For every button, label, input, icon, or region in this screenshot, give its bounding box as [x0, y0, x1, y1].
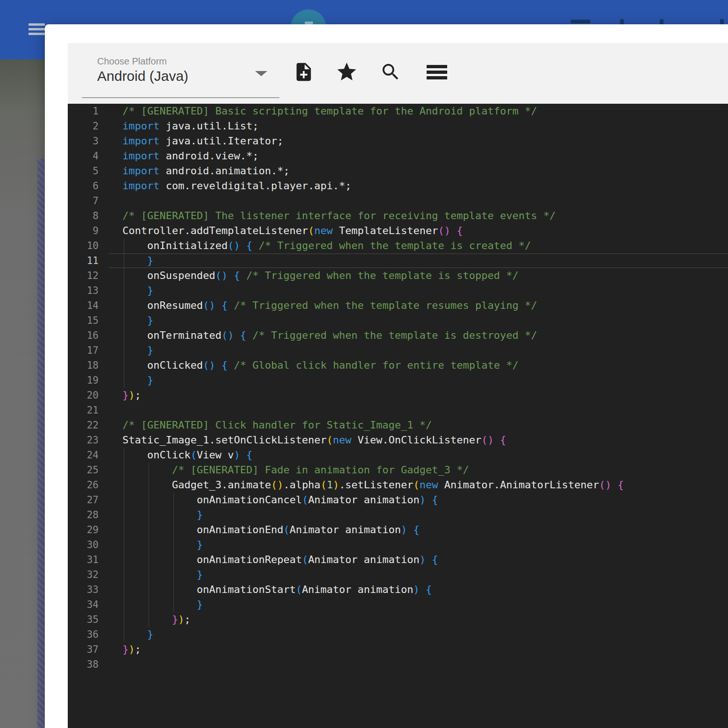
search-icon: [380, 61, 401, 83]
code-text: import android.animation.*;: [109, 164, 728, 178]
menu-icon-bar: [29, 33, 45, 35]
code-text: }: [109, 343, 728, 358]
code-line[interactable]: 8/* [GENERATED] The listener interface f…: [68, 208, 728, 223]
code-line[interactable]: 16 onTerminated() { /* Triggered when th…: [68, 328, 728, 343]
line-number: 30: [68, 537, 109, 552]
code-line[interactable]: 12 onSuspended() { /* Triggered when the…: [68, 268, 728, 283]
code-line[interactable]: 17 }: [68, 343, 728, 358]
menu-icon-bar: [29, 23, 45, 26]
line-number: 35: [68, 612, 109, 627]
indent-guide: [124, 313, 124, 328]
code-text: Static_Image_1.setOnClickListener(new Vi…: [109, 433, 728, 448]
code-line[interactable]: 20});: [68, 388, 728, 403]
code-line[interactable]: 22/* [GENERATED] Click handler for Stati…: [68, 418, 728, 433]
line-number: 17: [68, 343, 109, 358]
indent-guide: [124, 522, 124, 537]
code-line[interactable]: 6import com.reveldigital.player.api.*;: [68, 178, 728, 193]
code-line[interactable]: 27 onAnimationCancel(Animator animation)…: [68, 492, 728, 507]
code-line[interactable]: 14 onResumed() { /* Triggered when the t…: [68, 298, 728, 313]
indent-guide: [149, 552, 149, 567]
code-line[interactable]: 21: [68, 403, 728, 418]
chevron-down-icon: [255, 71, 267, 76]
indent-guide: [124, 478, 124, 492]
menu-icon: [427, 65, 447, 79]
code-line[interactable]: 28 }: [68, 507, 728, 522]
line-number: 20: [68, 388, 109, 403]
code-line[interactable]: 23Static_Image_1.setOnClickListener(new …: [68, 433, 728, 448]
code-line[interactable]: 9Controller.addTemplateListener(new Temp…: [68, 223, 728, 238]
code-line[interactable]: 5import android.animation.*;: [68, 164, 728, 178]
code-text: import com.reveldigital.player.api.*;: [109, 178, 728, 193]
indent-guide: [173, 507, 174, 522]
nav-menu-icon[interactable]: [29, 23, 45, 35]
code-text: }: [109, 373, 728, 388]
code-line[interactable]: 11 }: [68, 253, 728, 268]
code-text: }: [109, 627, 728, 642]
indent-guide: [149, 478, 149, 492]
code-text: /* [GENERATED] Basic scripting template …: [109, 104, 728, 119]
line-number: 3: [68, 134, 109, 149]
search-button[interactable]: [379, 61, 402, 83]
indent-guide: [124, 448, 124, 463]
partial-letter-mark: [620, 19, 624, 24]
code-line[interactable]: 3import java.util.Iterator;: [68, 134, 728, 149]
line-number: 10: [68, 238, 109, 253]
code-line[interactable]: 19 }: [68, 373, 728, 388]
indent-guide: [124, 343, 124, 358]
code-text: [109, 193, 728, 208]
code-line[interactable]: 10 onInitialized() { /* Triggered when t…: [68, 238, 728, 253]
indent-guide: [149, 537, 149, 552]
code-line[interactable]: 2import java.util.List;: [68, 119, 728, 134]
code-line[interactable]: 15 }: [68, 313, 728, 328]
indent-guide: [124, 373, 124, 388]
code-line[interactable]: 33 onAnimationStart(Animator animation) …: [68, 582, 728, 597]
indent-guide: [124, 238, 124, 253]
indent-guide: [124, 582, 124, 597]
editor-menu-button[interactable]: [426, 61, 448, 83]
code-line[interactable]: 13 }: [68, 283, 728, 298]
code-line[interactable]: 35 });: [68, 612, 728, 627]
code-text: [109, 403, 728, 418]
line-number: 29: [68, 522, 109, 537]
code-line[interactable]: 31 onAnimationRepeat(Animator animation)…: [68, 552, 728, 567]
code-line[interactable]: 29 onAnimationEnd(Animator animation) {: [68, 522, 728, 537]
favorite-button[interactable]: [335, 61, 358, 83]
code-editor[interactable]: 1/* [GENERATED] Basic scripting template…: [68, 104, 728, 728]
code-line[interactable]: 36 }: [68, 627, 728, 642]
indent-guide: [124, 253, 124, 268]
code-text: import java.util.Iterator;: [109, 134, 728, 149]
indent-guide: [124, 537, 124, 552]
new-script-button[interactable]: [293, 61, 315, 83]
code-text: onAnimationEnd(Animator animation) {: [109, 522, 728, 537]
line-number: 38: [68, 657, 109, 672]
code-line[interactable]: 25 /* [GENERATED] Fade in animation for …: [68, 463, 728, 478]
indent-guide: [124, 268, 124, 283]
line-number: 32: [68, 567, 109, 582]
line-number: 2: [68, 119, 109, 134]
code-text: onSuspended() { /* Triggered when the te…: [109, 268, 728, 283]
background-panel-accent: [37, 159, 44, 728]
code-line[interactable]: 24 onClick(View v) {: [68, 448, 728, 463]
code-line[interactable]: 4import android.view.*;: [68, 149, 728, 164]
line-number: 11: [68, 253, 109, 268]
line-number: 4: [68, 149, 109, 164]
code-line[interactable]: 7: [68, 193, 728, 208]
code-line[interactable]: 34 }: [68, 597, 728, 612]
code-text: onInitialized() { /* Triggered when the …: [109, 238, 728, 253]
select-underline: [82, 97, 279, 98]
code-lines: 1/* [GENERATED] Basic scripting template…: [68, 104, 728, 672]
code-line[interactable]: 1/* [GENERATED] Basic scripting template…: [68, 104, 728, 119]
code-line[interactable]: 18 onClicked() { /* Global click handler…: [68, 358, 728, 373]
partial-letter-mark: [720, 19, 724, 24]
line-number: 21: [68, 403, 109, 418]
code-line[interactable]: 32 }: [68, 567, 728, 582]
code-text: });: [109, 642, 728, 657]
code-line[interactable]: 26 Gadget_3.animate().alpha(1).setListen…: [68, 478, 728, 492]
platform-select[interactable]: Choose Platform Android (Java): [82, 48, 279, 98]
code-line[interactable]: 38: [68, 657, 728, 672]
code-line[interactable]: 30 }: [68, 537, 728, 552]
line-number: 1: [68, 104, 109, 119]
platform-select-label: Choose Platform: [97, 56, 167, 67]
code-text: });: [109, 388, 728, 403]
code-line[interactable]: 37});: [68, 642, 728, 657]
